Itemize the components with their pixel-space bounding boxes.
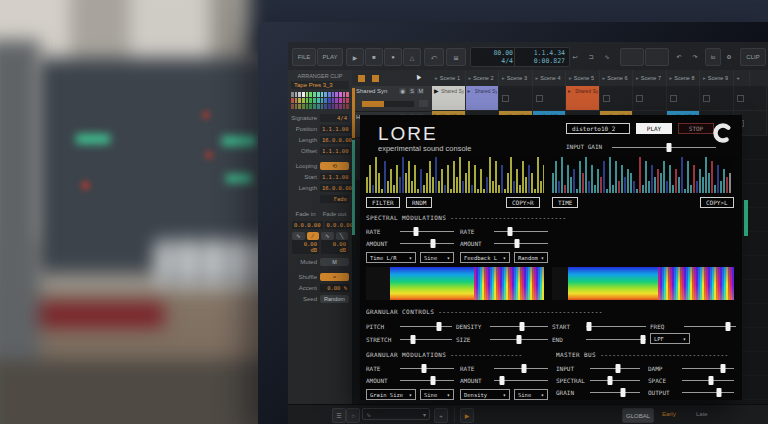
clip-slot[interactable]: ▶Shared Syn_1 xyxy=(432,86,466,111)
scene-header-scene-3[interactable]: ▸Scene 3 xyxy=(499,70,533,86)
position-display[interactable]: 1.1.4.34 0:00.827 xyxy=(514,47,570,67)
punch-in-icon[interactable]: ↩ xyxy=(568,48,582,64)
color-swatch[interactable] xyxy=(321,98,324,103)
slider-input[interactable]: INPUT xyxy=(556,362,640,374)
inspector-value[interactable]: 16.0.0.00 xyxy=(320,184,354,192)
inspector-value[interactable]: 1.1.1.00 xyxy=(320,125,351,133)
slider-damp[interactable]: DAMP xyxy=(648,362,734,374)
slider-rate[interactable]: RATE xyxy=(366,362,454,374)
color-swatch[interactable] xyxy=(317,92,320,97)
time-button[interactable]: TIME xyxy=(552,197,578,208)
slider-track[interactable] xyxy=(400,380,454,381)
slider-thumb[interactable] xyxy=(620,388,625,397)
slider-amount[interactable]: AMOUNT xyxy=(460,237,548,249)
undo-button[interactable]: ↶ xyxy=(672,48,686,64)
groove-early-label[interactable]: Early xyxy=(662,411,676,417)
color-swatch[interactable] xyxy=(298,92,301,97)
color-swatch[interactable] xyxy=(321,92,324,97)
dropdown-feedback-l[interactable]: Feedback L▾ xyxy=(460,252,510,263)
slider-rate[interactable]: RATE xyxy=(366,225,454,237)
slider-thumb[interactable] xyxy=(608,376,613,385)
slider-thumb[interactable] xyxy=(437,322,442,331)
fade-curve-button[interactable]: ∕ xyxy=(307,232,320,240)
copy-left-button[interactable]: COPY>L xyxy=(700,197,734,208)
dropdown-time-l-r[interactable]: Time L/R▾ xyxy=(366,252,416,263)
color-swatch[interactable] xyxy=(343,104,346,109)
loop-brace-icon[interactable]: ⊐ xyxy=(584,48,598,64)
slider-thumb[interactable] xyxy=(615,364,620,373)
slider-thumb[interactable] xyxy=(411,335,416,344)
slider-end[interactable]: END xyxy=(552,333,646,345)
filter-button[interactable]: FILTER xyxy=(366,197,400,208)
color-swatch[interactable] xyxy=(335,104,338,109)
color-swatch[interactable] xyxy=(313,98,316,103)
stop-button[interactable]: STOP xyxy=(678,123,714,134)
clip-play-icon[interactable]: ▸ xyxy=(468,87,471,94)
clip-stop-button-2[interactable] xyxy=(372,75,379,82)
color-swatch[interactable] xyxy=(335,92,338,97)
slider-thumb[interactable] xyxy=(720,364,725,373)
dropdown-random[interactable]: Random▾ xyxy=(514,252,548,263)
device-enable-button[interactable]: ▶ xyxy=(460,408,474,423)
slider-track[interactable] xyxy=(400,368,454,369)
slider-thumb[interactable] xyxy=(667,143,672,152)
slider-track[interactable] xyxy=(586,339,646,340)
color-swatch[interactable] xyxy=(309,92,312,97)
color-swatch[interactable] xyxy=(291,104,294,109)
dropdown-sine[interactable]: Sine▾ xyxy=(420,252,454,263)
inspector-value[interactable]: 0.0.0.00 xyxy=(292,221,323,229)
dropdown-sine[interactable]: Sine▾ xyxy=(420,389,454,400)
slider-track[interactable] xyxy=(590,392,640,393)
inspector-value[interactable]: 0.00 dB xyxy=(292,240,319,254)
color-swatch[interactable] xyxy=(332,92,335,97)
color-swatch[interactable] xyxy=(302,92,305,97)
clip-slot[interactable]: ▸Shared Syn_3 xyxy=(566,86,600,111)
transport-metronome-button[interactable]: △ xyxy=(403,48,421,66)
slider-thumb[interactable] xyxy=(521,364,526,373)
color-swatch[interactable] xyxy=(313,104,316,109)
clip-play-icon[interactable]: ▶ xyxy=(434,87,439,94)
color-swatch[interactable] xyxy=(346,92,349,97)
color-swatch[interactable] xyxy=(306,92,309,97)
dropdown-grain-size[interactable]: Grain Size▾ xyxy=(366,389,416,400)
slider-track[interactable] xyxy=(590,380,640,381)
scene-play-icon[interactable]: ▸ xyxy=(703,75,706,81)
preset-name-field[interactable]: distorto10_2 xyxy=(566,123,630,134)
slider-density[interactable]: DENSITY xyxy=(456,320,548,332)
color-swatch[interactable] xyxy=(306,98,309,103)
clip-stop-square[interactable] xyxy=(670,95,677,102)
slider-track[interactable] xyxy=(400,326,452,327)
record-arm-icon[interactable]: ◉ xyxy=(399,88,406,94)
slider-track[interactable] xyxy=(682,368,734,369)
pointer-tool-icon[interactable]: ▲ xyxy=(412,71,423,83)
slider-rate[interactable]: RATE xyxy=(460,362,548,374)
slider-track[interactable] xyxy=(590,368,640,369)
waveform-left[interactable] xyxy=(366,157,544,193)
color-swatch[interactable] xyxy=(291,92,294,97)
scene-play-icon[interactable]: ▸ xyxy=(569,75,572,81)
color-swatch[interactable] xyxy=(339,92,342,97)
slider-track[interactable] xyxy=(494,368,548,369)
slider-thumb[interactable] xyxy=(431,239,436,248)
device-nav-button-2[interactable]: ○ xyxy=(346,408,360,423)
clip-view-button[interactable]: CLIP xyxy=(740,48,766,66)
scene-header-scene-2[interactable]: ▸Scene 2 xyxy=(466,70,500,86)
slider-track[interactable] xyxy=(400,231,454,232)
color-swatch[interactable] xyxy=(295,92,298,97)
copy-right-button[interactable]: COPY>R xyxy=(506,197,540,208)
color-swatch[interactable] xyxy=(328,98,331,103)
scene-play-icon[interactable]: ▸ xyxy=(670,75,673,81)
inspector-value[interactable]: 4/4 xyxy=(320,114,349,122)
fade-curve-button[interactable]: ∿ xyxy=(292,232,305,240)
color-swatch[interactable] xyxy=(313,92,316,97)
slider-thumb[interactable] xyxy=(717,388,722,397)
slider-spectral[interactable]: SPECTRAL xyxy=(556,374,640,386)
scene-play-icon[interactable]: ▸ xyxy=(636,75,639,81)
scene-header-scene-8[interactable]: ▸Scene 8 xyxy=(667,70,701,86)
settings-gear-icon[interactable]: ⚙ xyxy=(722,48,736,64)
scene-play-icon[interactable]: ▸ xyxy=(469,75,472,81)
color-swatch[interactable] xyxy=(309,104,312,109)
clip-stop-square[interactable] xyxy=(636,95,643,102)
clip-stop-square[interactable] xyxy=(737,95,744,102)
clip-slot[interactable] xyxy=(633,86,667,111)
